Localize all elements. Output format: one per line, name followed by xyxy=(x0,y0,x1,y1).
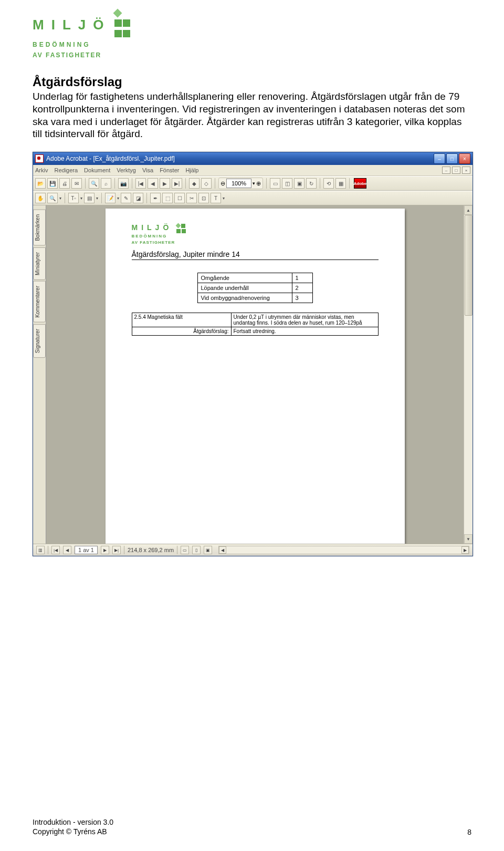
touchup-icon[interactable]: T xyxy=(211,193,221,203)
logo-text-sub1: BEDÖMNING xyxy=(33,41,471,48)
sb-last-icon[interactable]: ▶| xyxy=(112,546,121,554)
menu-bar: Arkiv Redigera Dokument Verktyg Visa Fön… xyxy=(33,165,472,176)
doc-logo-sub1: BEDÖMNING xyxy=(132,234,379,238)
first-page-icon[interactable]: |◀ xyxy=(135,178,146,189)
sb-view-single-icon[interactable]: ▭ xyxy=(181,546,189,554)
scroll-left-icon[interactable]: ◀ xyxy=(219,546,226,554)
vertical-scrollbar[interactable]: ▲ ▼ xyxy=(464,205,472,544)
tab-bokmarken[interactable]: Bokmärken xyxy=(33,210,46,246)
mail-icon[interactable]: ✉ xyxy=(71,178,82,189)
note-tool-icon[interactable]: 📝 xyxy=(105,193,116,203)
maximize-button[interactable]: □ xyxy=(446,153,458,164)
logo-text-main: MILJÖ xyxy=(33,17,111,33)
last-page-icon[interactable]: ▶| xyxy=(172,178,182,189)
link-icon[interactable]: ⊡ xyxy=(198,193,209,203)
zoom-tool-icon[interactable]: 🔍 xyxy=(47,193,58,203)
tab-miniatyrer[interactable]: Miniatyrer xyxy=(33,247,46,280)
form-icon[interactable]: ☐ xyxy=(174,193,185,203)
page-footer: Introduktion - version 3.0 Copyright © T… xyxy=(33,818,471,836)
page-width-icon[interactable]: ▣ xyxy=(294,178,304,189)
mdi-close-button[interactable]: × xyxy=(462,167,470,174)
page-actual-icon[interactable]: ▭ xyxy=(270,178,280,189)
text-select-icon[interactable]: T▫ xyxy=(68,193,79,203)
search-icon[interactable]: 🔍 xyxy=(89,178,99,189)
stamp-icon[interactable]: ⬚ xyxy=(162,193,173,203)
toolbar-row-2: ✋ 🔍 ▾ T▫ ▾ ▤ ▾ 📝 ▾ ✎ ◪ ✒ ⬚ ☐ ✂ ⊡ T ▾ xyxy=(33,191,472,205)
binoculars-icon[interactable]: ⌕ xyxy=(101,178,111,189)
window-title: Adobe Acrobat - [Ex_åtgärdsförsl._Jupite… xyxy=(46,155,175,162)
menu-verktyg[interactable]: Verktyg xyxy=(117,167,136,173)
section-heading: Åtgärdsförslag xyxy=(33,75,471,89)
mdi-minimize-button[interactable]: – xyxy=(442,167,450,174)
doc-logo-main: MILJÖ xyxy=(132,223,173,232)
rotate-icon[interactable]: ⟲ xyxy=(323,178,334,189)
tab-kommentarer[interactable]: Kommentarer xyxy=(33,281,46,323)
status-bar: ▥ |◀ ◀ 1 av 1 ▶ ▶| 214,8 x 269,2 mm ▭ ▯ … xyxy=(33,544,472,556)
sb-layout-icon[interactable]: ▥ xyxy=(36,546,45,554)
doc-logo-squares-icon xyxy=(176,223,188,234)
pencil-tool-icon[interactable]: ✎ xyxy=(121,193,131,203)
crop-icon[interactable]: ✂ xyxy=(186,193,197,203)
table-row: Löpande underhåll2 xyxy=(197,283,312,293)
horizontal-scroll-track[interactable]: ◀ ▶ xyxy=(218,546,469,554)
table-row: Åtgärdsförslag: Fortsatt utredning. xyxy=(132,327,378,336)
menu-redigera[interactable]: Redigera xyxy=(54,167,78,173)
print-icon[interactable]: 🖨 xyxy=(59,178,70,189)
footer-version: Introduktion - version 3.0 xyxy=(33,818,113,827)
open-icon[interactable]: 📂 xyxy=(35,178,46,189)
side-tabs: Bokmärken Miniatyrer Kommentarer Signatu… xyxy=(33,205,46,544)
table-row: 2.5.4 Magnetiska fält Under 0,2 µT i utr… xyxy=(132,313,378,327)
page-indicator[interactable]: 1 av 1 xyxy=(75,546,98,554)
page-dimensions: 214,8 x 269,2 mm xyxy=(128,547,174,553)
acrobat-window: Adobe Acrobat - [Ex_åtgärdsförsl._Jupite… xyxy=(33,152,473,556)
doc-logo-sub2: AV FASTIGHETER xyxy=(132,240,379,245)
scroll-up-icon[interactable]: ▲ xyxy=(464,205,472,215)
window-titlebar: Adobe Acrobat - [Ex_åtgärdsförsl._Jupite… xyxy=(33,152,472,165)
next-page-icon[interactable]: ▶ xyxy=(160,178,170,189)
scroll-right-icon[interactable]: ▶ xyxy=(461,546,469,554)
prev-page-icon[interactable]: ◀ xyxy=(148,178,158,189)
hand-tool-icon[interactable]: ✋ xyxy=(35,193,46,203)
scroll-thumb[interactable] xyxy=(465,215,472,316)
sb-view-cont-icon[interactable]: ▯ xyxy=(192,546,201,554)
document-viewport[interactable]: MILJÖ BEDÖMNING AV FASTIGHETER Åtgärdsfö… xyxy=(46,205,464,544)
sb-first-icon[interactable]: |◀ xyxy=(51,546,60,554)
menu-arkiv[interactable]: Arkiv xyxy=(35,167,48,173)
doc-title: Åtgärdsförslag, Jupiter mindre 14 xyxy=(132,250,379,260)
menu-fonster[interactable]: Fönster xyxy=(160,167,179,173)
back-icon[interactable]: ◆ xyxy=(189,178,200,189)
category-table: Omgående1 Löpande underhåll2 Vid ombyggn… xyxy=(197,273,313,303)
table-row: Vid ombyggnad/renovering3 xyxy=(197,293,312,303)
zoom-field[interactable]: 100% xyxy=(226,179,251,188)
adobe-logo-icon[interactable]: Adobe xyxy=(354,178,366,189)
section-body: Underlag för fastighetens underhållsplan… xyxy=(33,90,471,140)
camera-icon[interactable]: 📷 xyxy=(118,178,129,189)
column-select-icon[interactable]: ▤ xyxy=(84,193,94,203)
highlight-tool-icon[interactable]: ◪ xyxy=(133,193,143,203)
section-table: 2.5.4 Magnetiska fält Under 0,2 µT i utr… xyxy=(132,313,379,336)
sb-view-facing-icon[interactable]: ▣ xyxy=(204,546,212,554)
tab-signaturer[interactable]: Signaturer xyxy=(33,324,46,358)
scroll-track[interactable] xyxy=(464,215,472,534)
signature-icon[interactable]: ✒ xyxy=(150,193,161,203)
sb-next-icon[interactable]: ▶ xyxy=(101,546,109,554)
reflow-icon[interactable]: ↻ xyxy=(306,178,317,189)
menu-hjalp[interactable]: Hjälp xyxy=(185,167,198,173)
close-button[interactable]: × xyxy=(459,153,470,164)
brand-logo: MILJÖ BEDÖMNING AV FASTIGHETER xyxy=(33,9,471,59)
scroll-down-icon[interactable]: ▼ xyxy=(464,534,472,544)
toolbar-row-1: 📂 💾 🖨 ✉ 🔍 ⌕ 📷 |◀ ◀ ▶ ▶| ◆ ◇ ⊖ 100% ▾ ⊕ xyxy=(33,176,472,191)
minimize-button[interactable]: – xyxy=(434,153,445,164)
zoom-group: ⊖ 100% ▾ ⊕ xyxy=(218,178,263,189)
forward-icon[interactable]: ◇ xyxy=(201,178,212,189)
document-area: Bokmärken Miniatyrer Kommentarer Signatu… xyxy=(33,205,472,544)
save-icon[interactable]: 💾 xyxy=(47,178,58,189)
menu-dokument[interactable]: Dokument xyxy=(84,167,110,173)
menu-visa[interactable]: Visa xyxy=(142,167,153,173)
pdf-icon xyxy=(35,154,44,163)
page-fit-icon[interactable]: ◫ xyxy=(282,178,292,189)
layout-icon[interactable]: ▦ xyxy=(335,178,346,189)
mdi-restore-button[interactable]: □ xyxy=(452,167,460,174)
footer-copyright: Copyright © Tyréns AB xyxy=(33,827,113,837)
sb-prev-icon[interactable]: ◀ xyxy=(63,546,71,554)
